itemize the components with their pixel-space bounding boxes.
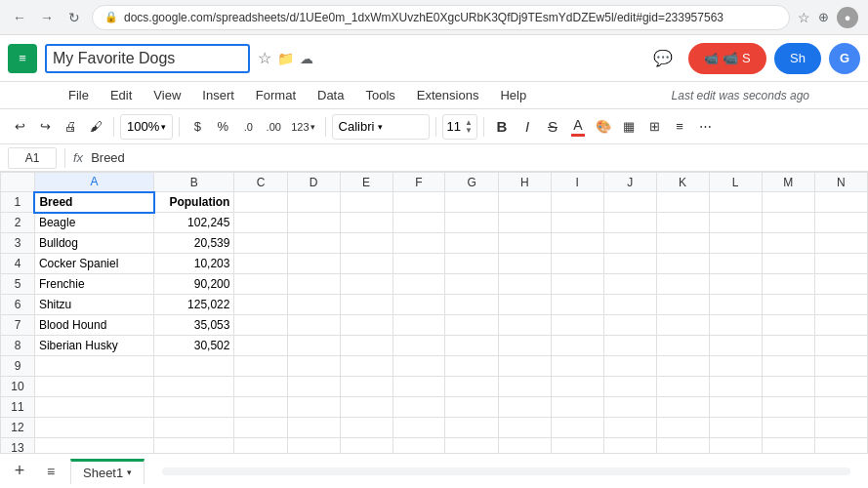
menu-file[interactable]: File: [59, 84, 99, 107]
cell-empty[interactable]: [498, 213, 551, 233]
cell-empty[interactable]: [762, 254, 814, 274]
cell-empty[interactable]: [445, 336, 498, 356]
cell-empty[interactable]: [234, 397, 287, 418]
cell-empty[interactable]: [287, 274, 340, 295]
cell-empty[interactable]: [656, 213, 709, 233]
cell-empty[interactable]: [814, 356, 867, 377]
cell-empty[interactable]: [814, 315, 867, 336]
cell-empty[interactable]: [234, 418, 287, 438]
cell-empty[interactable]: [340, 192, 393, 213]
align-button[interactable]: ≡: [668, 113, 691, 141]
cell-empty[interactable]: [234, 213, 287, 233]
row-header-8[interactable]: 8: [1, 336, 35, 356]
add-sheet-button[interactable]: +: [8, 460, 31, 483]
cell-b7[interactable]: 35,053: [154, 315, 234, 336]
cell-empty[interactable]: [709, 274, 762, 295]
cell-empty[interactable]: [445, 397, 498, 418]
cell-empty[interactable]: [709, 295, 762, 315]
cell-empty[interactable]: [498, 356, 551, 377]
table-row[interactable]: 8Siberian Husky30,502: [1, 336, 868, 356]
cell-empty[interactable]: [814, 213, 867, 233]
forward-button[interactable]: →: [37, 8, 57, 27]
cell-empty[interactable]: [814, 233, 867, 254]
formula-input[interactable]: Breed: [91, 150, 860, 165]
row-header-1[interactable]: 1: [1, 192, 35, 213]
horizontal-scrollbar[interactable]: [162, 468, 850, 475]
cell-empty[interactable]: [234, 377, 287, 397]
cell-a5[interactable]: Frenchie: [34, 274, 153, 295]
cell-empty[interactable]: [762, 336, 814, 356]
col-header-e[interactable]: E: [340, 173, 393, 192]
text-color-button[interactable]: A: [566, 113, 590, 141]
paint-format-button[interactable]: 🖌: [84, 113, 107, 141]
cell-empty[interactable]: [498, 233, 551, 254]
cell-empty[interactable]: [287, 418, 340, 438]
cell-a12[interactable]: [34, 418, 153, 438]
cell-empty[interactable]: [393, 315, 445, 336]
cell-empty[interactable]: [709, 315, 762, 336]
cell-empty[interactable]: [709, 356, 762, 377]
cell-empty[interactable]: [603, 438, 656, 454]
bold-button[interactable]: B: [490, 113, 514, 141]
cell-empty[interactable]: [551, 336, 603, 356]
cell-empty[interactable]: [603, 213, 656, 233]
cell-empty[interactable]: [709, 397, 762, 418]
cell-empty[interactable]: [445, 213, 498, 233]
cell-empty[interactable]: [393, 336, 445, 356]
cell-empty[interactable]: [287, 377, 340, 397]
cell-empty[interactable]: [814, 418, 867, 438]
document-title-input[interactable]: [45, 44, 250, 73]
cell-empty[interactable]: [498, 336, 551, 356]
cell-b10[interactable]: [154, 377, 234, 397]
strikethrough-button[interactable]: S: [541, 113, 564, 141]
font-selector[interactable]: Calibri ▾: [332, 114, 430, 140]
merge-button[interactable]: ⊞: [642, 113, 666, 141]
cell-empty[interactable]: [551, 254, 603, 274]
number-format-button[interactable]: 123 ▾: [287, 113, 318, 141]
profile-icon[interactable]: ●: [837, 7, 858, 28]
cell-empty[interactable]: [340, 315, 393, 336]
cell-empty[interactable]: [603, 295, 656, 315]
cell-empty[interactable]: [287, 356, 340, 377]
cell-empty[interactable]: [234, 274, 287, 295]
menu-help[interactable]: Help: [490, 84, 536, 107]
cell-empty[interactable]: [603, 254, 656, 274]
cell-empty[interactable]: [762, 418, 814, 438]
cell-empty[interactable]: [340, 213, 393, 233]
cell-empty[interactable]: [603, 315, 656, 336]
cell-empty[interactable]: [814, 274, 867, 295]
cell-empty[interactable]: [814, 336, 867, 356]
cell-empty[interactable]: [709, 336, 762, 356]
decrease-decimal-button[interactable]: .0: [236, 113, 260, 141]
cell-b13[interactable]: [154, 438, 234, 454]
star-icon[interactable]: ☆: [258, 49, 271, 67]
sheet-tab-sheet1[interactable]: Sheet1 ▾: [70, 459, 145, 484]
all-sheets-button[interactable]: ≡: [39, 460, 62, 483]
cell-empty[interactable]: [340, 356, 393, 377]
cell-empty[interactable]: [340, 233, 393, 254]
size-down-icon[interactable]: ▼: [465, 127, 473, 135]
cell-empty[interactable]: [445, 418, 498, 438]
cell-empty[interactable]: [551, 438, 603, 454]
cell-empty[interactable]: [762, 438, 814, 454]
cell-empty[interactable]: [603, 418, 656, 438]
cell-empty[interactable]: [340, 397, 393, 418]
cell-empty[interactable]: [551, 397, 603, 418]
cell-a4[interactable]: Cocker Spaniel: [34, 254, 153, 274]
cell-empty[interactable]: [551, 377, 603, 397]
cell-a8[interactable]: Siberian Husky: [34, 336, 153, 356]
cell-empty[interactable]: [498, 274, 551, 295]
row-header-6[interactable]: 6: [1, 295, 35, 315]
cell-empty[interactable]: [393, 397, 445, 418]
cell-empty[interactable]: [234, 438, 287, 454]
col-header-l[interactable]: L: [709, 173, 762, 192]
cell-empty[interactable]: [287, 213, 340, 233]
cell-empty[interactable]: [393, 254, 445, 274]
row-header-3[interactable]: 3: [1, 233, 35, 254]
cell-empty[interactable]: [498, 397, 551, 418]
cell-empty[interactable]: [551, 418, 603, 438]
table-row[interactable]: 12: [1, 418, 868, 438]
cell-a10[interactable]: [34, 377, 153, 397]
cell-empty[interactable]: [393, 192, 445, 213]
cell-b12[interactable]: [154, 418, 234, 438]
